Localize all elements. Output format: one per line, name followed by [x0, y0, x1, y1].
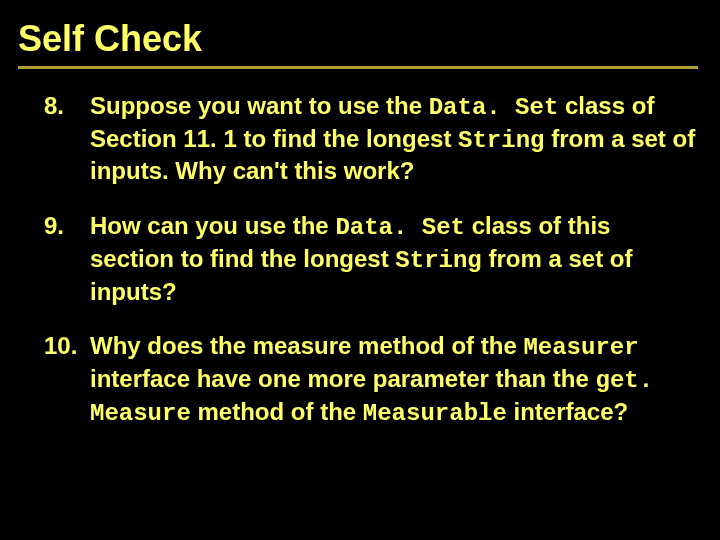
- item-number: 9.: [44, 211, 90, 242]
- list-item: 10. Why does the measure method of the M…: [44, 331, 698, 429]
- text: How can you use the: [90, 212, 335, 239]
- slide: Self Check 8. Suppose you want to use th…: [0, 0, 720, 540]
- item-number: 10.: [44, 331, 90, 362]
- code-span: Data. Set: [335, 214, 465, 241]
- text: interface?: [507, 398, 628, 425]
- code-span: String: [458, 127, 544, 154]
- text: interface have one more parameter than t…: [90, 365, 596, 392]
- code-span: Measurable: [363, 400, 507, 427]
- item-body: Suppose you want to use the Data. Set cl…: [90, 91, 698, 187]
- text: Suppose you want to use the: [90, 92, 429, 119]
- title-rule: [18, 66, 698, 69]
- list-item: 8. Suppose you want to use the Data. Set…: [44, 91, 698, 187]
- code-span: Measurer: [523, 334, 638, 361]
- text: method of the: [191, 398, 363, 425]
- text: Why does the measure method of the: [90, 332, 523, 359]
- slide-title: Self Check: [18, 18, 698, 60]
- item-body: Why does the measure method of the Measu…: [90, 331, 698, 429]
- list-item: 9. How can you use the Data. Set class o…: [44, 211, 698, 307]
- code-span: String: [395, 247, 481, 274]
- question-list: 8. Suppose you want to use the Data. Set…: [18, 91, 698, 429]
- item-number: 8.: [44, 91, 90, 122]
- code-span: Data. Set: [429, 94, 559, 121]
- item-body: How can you use the Data. Set class of t…: [90, 211, 698, 307]
